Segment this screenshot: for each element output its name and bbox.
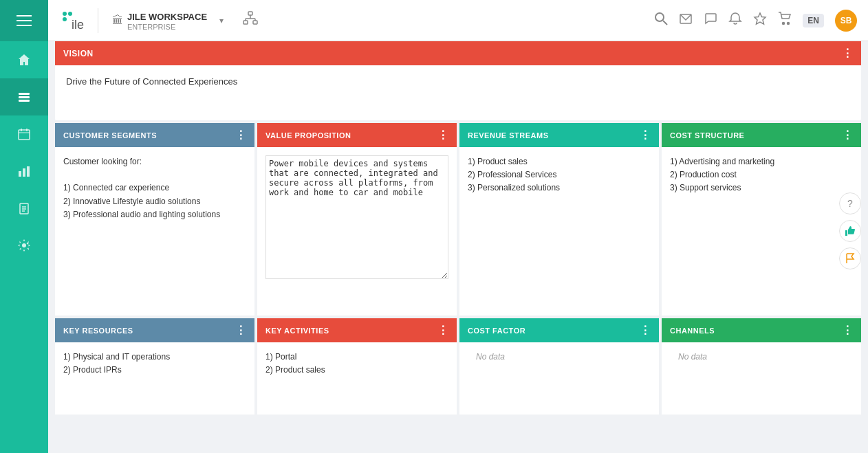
revenue-streams-content: 1) Product sales2) Professional Services… — [459, 147, 659, 316]
sidebar — [0, 0, 48, 453]
svg-rect-24 — [253, 21, 257, 24]
vision-content: Drive the Future of Connected Experience… — [55, 65, 861, 120]
revenue-streams-menu[interactable]: ⋮ — [640, 129, 651, 142]
star-icon[interactable] — [753, 12, 767, 29]
cost-factor-header: COST FACTOR ⋮ — [459, 318, 659, 342]
revenue-streams-label: REVENUE STREAMS — [468, 131, 549, 140]
cost-structure-menu[interactable]: ⋮ — [842, 129, 854, 142]
revenue-streams-text: 1) Product sales2) Professional Services… — [468, 157, 560, 192]
svg-rect-2 — [17, 25, 32, 26]
svg-rect-4 — [19, 96, 30, 98]
cost-structure-text: 1) Advertising and marketing2) Productio… — [670, 157, 774, 192]
key-resources-label: KEY RESOURCES — [63, 327, 133, 335]
customer-segments-text: Customer looking for:1) Connected car ex… — [63, 157, 220, 219]
inbox-icon[interactable] — [679, 12, 693, 29]
key-activities-menu[interactable]: ⋮ — [437, 324, 449, 337]
notification-icon[interactable] — [728, 12, 742, 29]
svg-rect-22 — [248, 12, 252, 15]
cost-structure-label: COST STRUCTURE — [670, 131, 744, 140]
search-icon[interactable] — [654, 12, 668, 29]
channels-content: No data — [662, 342, 861, 415]
sidebar-item-settings[interactable] — [0, 227, 48, 264]
cost-structure-header: COST STRUCTURE ⋮ — [662, 123, 861, 147]
workspace-name: JILE WORKSPACE — [127, 12, 207, 22]
key-resources-content: 1) Physical and IT operations2) Product … — [55, 342, 254, 415]
user-avatar[interactable]: SB — [835, 10, 857, 32]
hamburger-button[interactable] — [0, 0, 48, 41]
value-proposition-content: Power mobile devices and systems that ar… — [257, 147, 457, 316]
workspace-chevron[interactable]: ▾ — [219, 16, 224, 25]
like-button[interactable] — [839, 220, 861, 242]
channels-header: CHANNELS ⋮ — [662, 318, 861, 342]
svg-line-30 — [663, 21, 667, 25]
main-container: ile 🏛 JILE WORKSPACE ENTERPRISE ▾ — [48, 0, 868, 453]
topbar: ile 🏛 JILE WORKSPACE ENTERPRISE ▾ — [48, 0, 868, 41]
revenue-streams-cell: REVENUE STREAMS ⋮ 1) Product sales2) Pro… — [459, 123, 659, 316]
help-button[interactable]: ? — [839, 192, 861, 214]
workspace-building-icon: 🏛 — [112, 14, 123, 27]
key-activities-content: 1) Portal2) Product sales — [257, 342, 457, 415]
value-proposition-textarea[interactable]: Power mobile devices and systems that ar… — [265, 155, 448, 279]
workspace-info: 🏛 JILE WORKSPACE ENTERPRISE — [112, 10, 207, 31]
key-resources-cell: KEY RESOURCES ⋮ 1) Physical and IT opera… — [55, 318, 254, 415]
vision-label: VISION — [63, 49, 94, 58]
customer-segments-menu[interactable]: ⋮ — [235, 129, 247, 142]
flag-button[interactable] — [839, 247, 861, 269]
svg-rect-1 — [17, 20, 32, 21]
canvas: VISION ⋮ Drive the Future of Connected E… — [48, 41, 868, 428]
content-area: VISION ⋮ Drive the Future of Connected E… — [48, 41, 868, 453]
svg-rect-6 — [19, 130, 30, 140]
value-proposition-menu[interactable]: ⋮ — [437, 129, 449, 142]
svg-rect-3 — [19, 93, 30, 95]
svg-rect-12 — [27, 166, 30, 177]
revenue-streams-header: REVENUE STREAMS ⋮ — [459, 123, 659, 147]
customer-segments-cell: CUSTOMER SEGMENTS ⋮ Customer looking for… — [55, 123, 254, 316]
cost-structure-cell: COST STRUCTURE ⋮ 1) Advertising and mark… — [662, 123, 861, 316]
right-panel: ? — [839, 192, 861, 269]
svg-point-34 — [788, 23, 790, 25]
svg-point-29 — [655, 13, 664, 21]
svg-rect-10 — [19, 171, 21, 177]
workspace-type: ENTERPRISE — [127, 23, 207, 31]
cost-factor-content: No data — [459, 342, 659, 415]
vision-menu[interactable]: ⋮ — [842, 47, 854, 60]
topbar-actions: EN SB — [654, 10, 857, 32]
bmc-row1: CUSTOMER SEGMENTS ⋮ Customer looking for… — [55, 123, 861, 316]
sidebar-item-home[interactable] — [0, 41, 48, 78]
chat-icon[interactable] — [704, 12, 717, 29]
vision-section: VISION ⋮ Drive the Future of Connected E… — [55, 41, 861, 120]
sidebar-item-calendar[interactable] — [0, 115, 48, 153]
cost-structure-content: 1) Advertising and marketing2) Productio… — [662, 147, 861, 316]
customer-segments-label: CUSTOMER SEGMENTS — [63, 131, 157, 140]
svg-rect-0 — [17, 15, 32, 16]
svg-point-19 — [68, 12, 72, 16]
language-selector[interactable]: EN — [803, 14, 824, 27]
cart-icon[interactable] — [778, 12, 792, 29]
bmc-row2: KEY RESOURCES ⋮ 1) Physical and IT opera… — [55, 318, 861, 415]
svg-point-20 — [63, 17, 67, 21]
svg-point-18 — [63, 12, 67, 16]
customer-segments-header: CUSTOMER SEGMENTS ⋮ — [55, 123, 254, 147]
svg-point-33 — [783, 23, 785, 25]
customer-segments-content: Customer looking for:1) Connected car ex… — [55, 147, 254, 316]
svg-rect-5 — [19, 100, 30, 102]
logo: ile — [59, 8, 84, 33]
cost-factor-no-data: No data — [468, 344, 513, 370]
key-resources-menu[interactable]: ⋮ — [235, 324, 247, 337]
svg-rect-23 — [243, 21, 248, 24]
logo-icon: ile — [59, 8, 84, 33]
svg-point-17 — [22, 243, 26, 247]
key-activities-cell: KEY ACTIVITIES ⋮ 1) Portal2) Product sal… — [257, 318, 457, 415]
channels-no-data: No data — [670, 344, 715, 370]
topbar-divider — [98, 8, 98, 33]
sidebar-item-layers[interactable] — [0, 78, 48, 115]
org-structure-icon[interactable] — [243, 11, 258, 30]
channels-menu[interactable]: ⋮ — [842, 324, 854, 337]
cost-factor-menu[interactable]: ⋮ — [640, 324, 651, 337]
value-proposition-label: VALUE PROPOSITION — [265, 131, 351, 140]
key-resources-text: 1) Physical and IT operations2) Product … — [63, 352, 170, 375]
sidebar-item-clipboard[interactable] — [0, 190, 48, 227]
channels-cell: CHANNELS ⋮ No data — [662, 318, 861, 415]
sidebar-item-chart[interactable] — [0, 153, 48, 190]
vision-text: Drive the Future of Connected Experience… — [66, 76, 237, 87]
